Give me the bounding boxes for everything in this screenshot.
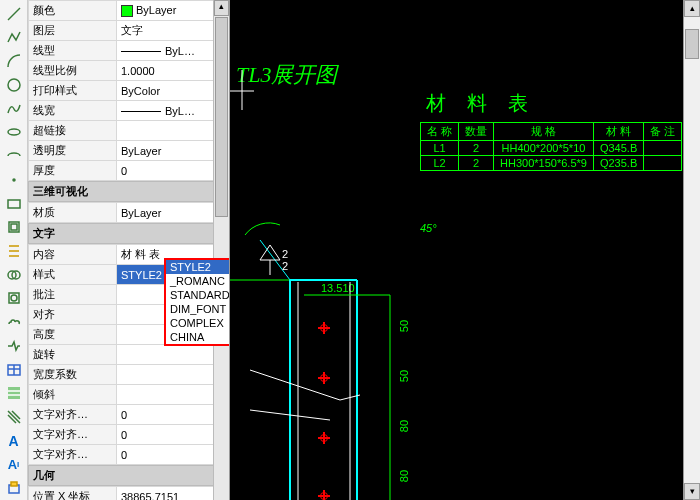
prop-value[interactable] [117, 345, 229, 365]
prop-value[interactable]: 38865.7151 [117, 487, 229, 501]
prop-label: 文字对齐… [29, 425, 117, 445]
polygon-tool-icon[interactable] [3, 216, 25, 238]
svg-text:2: 2 [282, 248, 288, 260]
prop-value[interactable] [117, 121, 229, 141]
ellipse-tool-icon[interactable] [3, 122, 25, 144]
scroll-track[interactable] [684, 17, 700, 483]
gradient-tool-icon[interactable] [3, 383, 25, 405]
dropdown-option[interactable]: DIM_FONT [166, 302, 230, 316]
prop-value[interactable]: 0 [117, 161, 229, 181]
drawing-geometry: 2 2 [230, 0, 683, 500]
canvas-scrollbar[interactable]: ▴ ▾ [683, 0, 700, 500]
prop-label: 线型 [29, 41, 117, 61]
wipeout-tool-icon[interactable] [3, 335, 25, 357]
props-scrollbar[interactable]: ▴ [213, 0, 229, 500]
dropdown-option[interactable]: STANDARD_2 [166, 288, 230, 302]
rectangle-tool-icon[interactable] [3, 193, 25, 215]
prop-label: 厚度 [29, 161, 117, 181]
section-3d-visual[interactable]: 三维可视化⌄ [28, 181, 229, 202]
block-tool-icon[interactable] [3, 477, 25, 499]
text-tool-icon[interactable]: AI [3, 454, 25, 476]
prop-label: 材质 [29, 203, 117, 223]
scroll-up-icon[interactable]: ▴ [214, 0, 229, 16]
prop-label: 高度 [29, 325, 117, 345]
prop-label: 线宽 [29, 101, 117, 121]
revision-cloud-icon[interactable] [3, 311, 25, 333]
svg-point-0 [8, 79, 20, 91]
prop-label: 旋转 [29, 345, 117, 365]
prop-value[interactable] [117, 365, 229, 385]
style-dropdown-list[interactable]: STYLE2_ROMANCSTANDARD_2DIM_FONTCOMPLEXCH… [164, 258, 230, 346]
hatch-tool-icon[interactable] [3, 240, 25, 262]
prop-label: 透明度 [29, 141, 117, 161]
point-tool-icon[interactable] [3, 169, 25, 191]
target-marker-icon [318, 372, 330, 384]
scroll-thumb[interactable] [685, 29, 699, 59]
prop-label: 文字对齐… [29, 445, 117, 465]
svg-rect-13 [11, 482, 17, 486]
prop-value[interactable]: ByL… [117, 41, 229, 61]
prop-label: 样式 [29, 265, 117, 285]
svg-point-2 [13, 179, 15, 181]
prop-value[interactable] [117, 385, 229, 405]
dropdown-option[interactable]: STYLE2 [166, 260, 230, 274]
prop-value[interactable]: 0 [117, 445, 229, 465]
prop-label: 超链接 [29, 121, 117, 141]
prop-label: 图层 [29, 21, 117, 41]
drawing-canvas[interactable]: TL3展开图 材 料 表 名 称数量规 格材 料备 注L12HH400*200*… [230, 0, 683, 500]
prop-label: 宽度系数 [29, 365, 117, 385]
scroll-thumb[interactable] [215, 17, 228, 217]
prop-label: 倾斜 [29, 385, 117, 405]
prop-label: 颜色 [29, 1, 117, 21]
svg-rect-5 [11, 224, 17, 230]
dimension-value: 50 [398, 370, 410, 382]
svg-rect-11 [8, 387, 20, 399]
prop-label: 批注 [29, 285, 117, 305]
spline-tool-icon[interactable] [3, 98, 25, 120]
dimension-value: 80 [398, 470, 410, 482]
prop-label: 对齐 [29, 305, 117, 325]
section-text[interactable]: 文字⌄ [28, 223, 229, 244]
prop-value[interactable]: 1.0000 [117, 61, 229, 81]
ellipse-arc-tool-icon[interactable] [3, 145, 25, 167]
scroll-down-icon[interactable]: ▾ [684, 483, 700, 500]
prop-value[interactable]: ByColor [117, 81, 229, 101]
prop-label: 位置 X 坐标 [29, 487, 117, 501]
svg-text:2: 2 [282, 260, 288, 272]
table-tool-icon[interactable] [3, 359, 25, 381]
dropdown-option[interactable]: _ROMANC [166, 274, 230, 288]
properties-panel: 颜色ByLayer图层文字线型ByL…线型比例1.0000打印样式ByColor… [28, 0, 230, 500]
dimension-value: 80 [398, 420, 410, 432]
target-marker-icon [318, 432, 330, 444]
left-toolbar: A AI [0, 0, 28, 500]
target-marker-icon [318, 322, 330, 334]
mline-tool-icon[interactable] [3, 406, 25, 428]
prop-value[interactable]: ByLayer [117, 141, 229, 161]
circle-tool-icon[interactable] [3, 74, 25, 96]
scroll-up-icon[interactable]: ▴ [684, 0, 700, 17]
prop-label: 打印样式 [29, 81, 117, 101]
section-geometry[interactable]: 几何⌄ [28, 465, 229, 486]
dropdown-option[interactable]: CHINA [166, 330, 230, 344]
svg-point-9 [11, 295, 17, 301]
prop-label: 内容 [29, 245, 117, 265]
prop-value[interactable]: 0 [117, 405, 229, 425]
prop-value[interactable]: 文字 [117, 21, 229, 41]
boundary-tool-icon[interactable] [3, 288, 25, 310]
prop-value[interactable]: ByL… [117, 101, 229, 121]
prop-value[interactable]: ByLayer [117, 203, 229, 223]
dropdown-option[interactable]: COMPLEX [166, 316, 230, 330]
polyline-tool-icon[interactable] [3, 27, 25, 49]
arc-tool-icon[interactable] [3, 50, 25, 72]
region-tool-icon[interactable] [3, 264, 25, 286]
text-A-icon[interactable]: A [3, 430, 25, 452]
svg-rect-3 [8, 200, 20, 208]
prop-value[interactable]: ByLayer [117, 1, 229, 21]
svg-point-1 [8, 129, 20, 135]
prop-value[interactable]: 0 [117, 425, 229, 445]
prop-label: 文字对齐… [29, 405, 117, 425]
line-tool-icon[interactable] [3, 3, 25, 25]
target-marker-icon [318, 490, 330, 500]
dimension-value: 50 [398, 320, 410, 332]
prop-label: 线型比例 [29, 61, 117, 81]
